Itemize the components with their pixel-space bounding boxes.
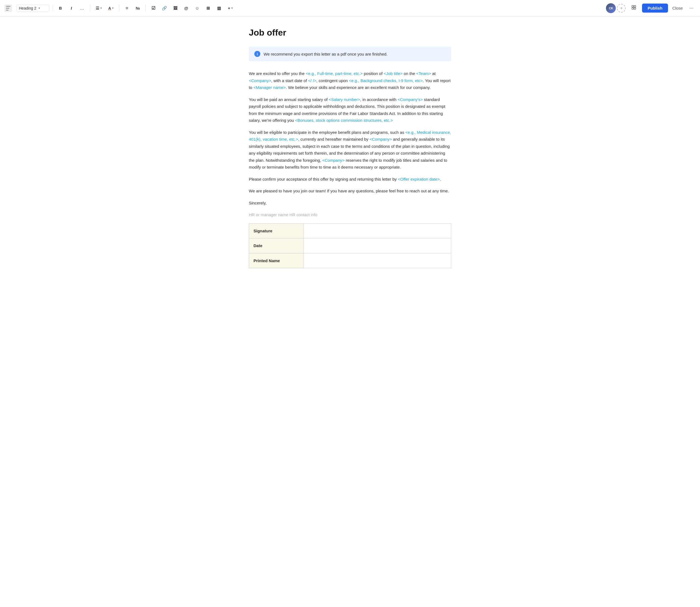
sincerely-text: Sincerely, (249, 200, 451, 207)
svg-rect-3 (632, 8, 634, 9)
align-chevron-icon: ▾ (100, 6, 102, 9)
info-message: We recommend you export this letter as a… (264, 52, 388, 56)
job-title-placeholder[interactable]: <Job title> (384, 71, 402, 76)
font-color-button[interactable]: A ▾ (106, 4, 116, 13)
task-icon: ☑ (152, 5, 155, 11)
link-icon: 🔗 (162, 6, 167, 11)
columns-icon: ▥ (217, 6, 221, 11)
table-value-cell[interactable] (304, 223, 451, 238)
table-label-cell: Printed Name (249, 253, 304, 268)
table-value-cell[interactable] (304, 253, 451, 268)
avatar-initials: CK (609, 6, 613, 10)
image-icon: 🖼 (173, 6, 177, 11)
chevron-down-icon: ▾ (39, 6, 40, 9)
employment-type-placeholder[interactable]: <e.g., Full-time, part-time, etc.> (306, 71, 363, 76)
info-banner: i We recommend you export this letter as… (249, 46, 451, 61)
emoji-icon: ☺ (195, 6, 199, 11)
add-collaborator-button[interactable]: + (617, 4, 626, 13)
toolbar: Heading 2 ▾ B I … ☰ ▾ A ▾ ≡ № ☑ 🔗 🖼 @ ☺ … (0, 0, 700, 16)
start-date-placeholder[interactable]: </ /> (308, 78, 316, 83)
paragraph-4: Please confirm your acceptance of this o… (249, 176, 451, 183)
more-formatting-button[interactable]: … (78, 4, 87, 13)
paragraph-1: We are excited to offer you the <e.g., F… (249, 70, 451, 91)
overflow-icon: ··· (689, 5, 694, 11)
emoji-button[interactable]: ☺ (193, 4, 201, 13)
table-row: Date (249, 238, 451, 253)
svg-rect-1 (632, 5, 634, 7)
table-row: Signature (249, 223, 451, 238)
add-icon: + (620, 6, 622, 11)
close-button[interactable]: Close (671, 4, 684, 13)
table-label-cell: Date (249, 238, 304, 253)
toggle-view-button[interactable] (629, 3, 639, 13)
heading-style-label: Heading 2 (19, 6, 36, 11)
table-row: Printed Name (249, 253, 451, 268)
italic-button[interactable]: I (67, 4, 76, 13)
team-placeholder[interactable]: <Team> (416, 71, 431, 76)
insert-button[interactable]: + ▾ (225, 4, 235, 13)
table-value-cell[interactable] (304, 238, 451, 253)
manager-name-placeholder[interactable]: <Manager name> (254, 85, 286, 90)
at-icon: @ (184, 6, 189, 11)
company-placeholder-1[interactable]: <Company> (249, 78, 271, 83)
document-title[interactable]: Job offer (249, 27, 451, 38)
user-avatar[interactable]: CK (606, 3, 616, 13)
table-button[interactable]: ⊞ (204, 4, 213, 13)
align-button[interactable]: ☰ ▾ (93, 4, 104, 13)
paragraph-2: You will be paid an annual starting sala… (249, 96, 451, 124)
toolbar-right: CK + Publish Close ··· (606, 3, 696, 13)
link-button[interactable]: 🔗 (160, 4, 169, 13)
heading-style-selector[interactable]: Heading 2 ▾ (16, 5, 49, 12)
bold-button[interactable]: B (56, 4, 65, 13)
svg-rect-2 (634, 5, 636, 7)
paragraph-5: We are pleased to have you join our team… (249, 187, 451, 194)
font-color-icon: A (108, 6, 111, 11)
paragraph-3: You will be eligible to participate in t… (249, 129, 451, 171)
divider-3 (119, 5, 119, 12)
collaborators: CK + (606, 3, 626, 13)
salary-placeholder[interactable]: <Salary number> (329, 97, 360, 102)
divider-1 (52, 5, 53, 12)
align-icon: ☰ (96, 6, 99, 11)
numbered-list-icon: № (136, 6, 140, 11)
image-button[interactable]: 🖼 (171, 4, 180, 13)
columns-button[interactable]: ▥ (215, 4, 223, 13)
overflow-menu-button[interactable]: ··· (687, 4, 696, 12)
divider-4 (146, 5, 146, 12)
info-icon: i (254, 51, 260, 57)
font-color-chevron-icon: ▾ (112, 6, 113, 9)
background-check-placeholder[interactable]: <e.g., Background checks, I-9 form, etc> (349, 78, 423, 83)
signature-table: SignatureDatePrinted Name (249, 223, 451, 269)
app-logo (4, 4, 12, 12)
svg-rect-4 (634, 8, 636, 9)
publish-button[interactable]: Publish (642, 4, 668, 13)
bullet-list-icon: ≡ (126, 6, 128, 11)
table-label-cell: Signature (249, 223, 304, 238)
insert-chevron-icon: ▾ (231, 6, 233, 9)
task-button[interactable]: ☑ (149, 4, 158, 13)
company-placeholder-4[interactable]: <Company> (322, 158, 345, 163)
benefits-placeholder[interactable]: <e.g., Medical insurance, 401(k), vacati… (249, 130, 451, 142)
editor-area: Job offer i We recommend you export this… (243, 16, 457, 290)
editor-body[interactable]: We are excited to offer you the <e.g., F… (249, 70, 451, 268)
mention-button[interactable]: @ (182, 4, 191, 13)
insert-icon: + (228, 6, 230, 11)
company-placeholder-2[interactable]: <Company's> (398, 97, 423, 102)
table-icon: ⊞ (206, 6, 210, 11)
bonuses-placeholder[interactable]: <Bonuses, stock options commission struc… (295, 118, 393, 123)
signature-placeholder-text: HR or manager name HR contact info (249, 211, 451, 218)
toggle-view-icon (631, 5, 637, 12)
bullet-list-button[interactable]: ≡ (123, 4, 131, 13)
company-placeholder-3[interactable]: <Company> (369, 137, 392, 142)
offer-expiration-placeholder[interactable]: <Offer expiration date> (398, 177, 440, 182)
divider-2 (90, 5, 90, 12)
numbered-list-button[interactable]: № (133, 4, 142, 13)
hr-contact-placeholder: HR or manager name HR contact info (249, 212, 318, 217)
